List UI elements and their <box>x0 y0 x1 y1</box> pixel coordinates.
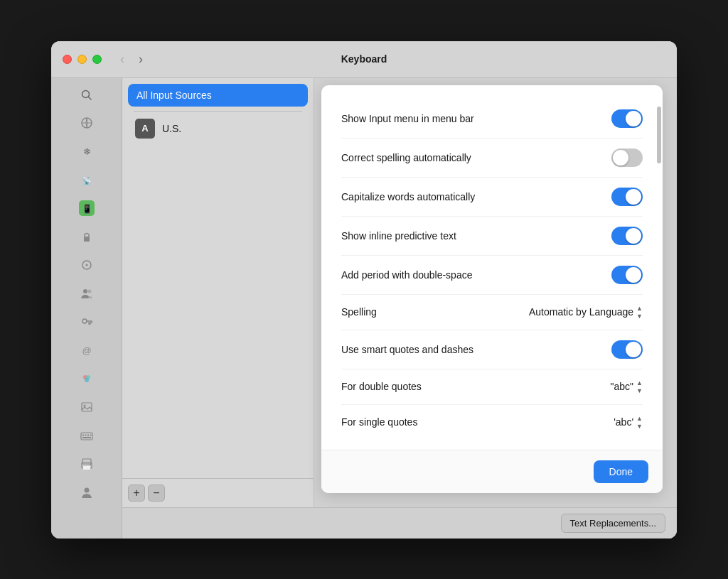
capitalize-words-row: Capitalize words automatically <box>341 178 643 217</box>
svg-rect-36 <box>82 437 91 438</box>
single-quotes-arrows: ▲ ▼ <box>636 415 643 430</box>
sidebar-icon-users[interactable] <box>75 281 99 305</box>
text-replacements-button[interactable]: Text Replacements... <box>561 514 665 533</box>
spelling-selector[interactable]: Automatic by Language ▲ ▼ <box>529 305 643 320</box>
sidebar-icon-user[interactable] <box>75 480 99 504</box>
maximize-button[interactable] <box>92 55 102 64</box>
single-quotes-label: For single quotes <box>341 416 417 428</box>
settings-content: Show Input menu in menu bar Correct spel… <box>321 85 663 450</box>
input-sources-footer: + − <box>122 478 314 507</box>
add-input-source-button[interactable]: + <box>128 485 145 502</box>
svg-point-26 <box>85 378 89 382</box>
svg-rect-34 <box>87 434 89 435</box>
sidebar-icon-lock[interactable] <box>75 224 99 249</box>
correct-spelling-row: Correct spelling automatically <box>341 139 643 178</box>
settings-sheet: Show Input menu in menu bar Correct spel… <box>321 85 663 493</box>
double-quotes-selector[interactable]: "abc" ▲ ▼ <box>611 379 643 394</box>
sidebar-icon-colorful[interactable] <box>75 367 99 391</box>
smart-quotes-toggle-knob <box>626 342 641 357</box>
keyboard-window: ‹ › Keyboard <box>51 41 677 539</box>
divider <box>134 111 302 112</box>
sidebar-icon-image[interactable] <box>75 395 99 419</box>
all-input-sources-item[interactable]: All Input Sources <box>128 84 308 107</box>
capitalize-words-toggle[interactable] <box>611 188 643 206</box>
settings-footer: Done <box>321 450 663 493</box>
content-area: ❄ 📡 📱 <box>51 78 677 539</box>
svg-text:@: @ <box>82 345 91 356</box>
sidebar-icons: ❄ 📡 📱 <box>75 111 99 504</box>
navigation-buttons: ‹ › <box>116 50 147 68</box>
inline-predictive-label: Show inline predictive text <box>341 230 456 242</box>
close-button[interactable] <box>63 55 72 64</box>
sidebar-icon-globe[interactable] <box>75 111 99 135</box>
input-sources-panel: All Input Sources A U.S. + − <box>122 78 314 507</box>
show-input-menu-toggle[interactable] <box>611 109 643 128</box>
single-quotes-row: For single quotes 'abc' ▲ ▼ <box>341 405 643 440</box>
smart-quotes-row: Use smart quotes and dashes <box>341 330 643 369</box>
sidebar-icon-keyboard[interactable] <box>75 423 99 448</box>
svg-point-41 <box>90 464 91 465</box>
show-input-menu-label: Show Input menu in menu bar <box>341 113 474 124</box>
svg-text:📡: 📡 <box>82 175 92 185</box>
svg-rect-32 <box>82 434 84 435</box>
inline-predictive-toggle-knob <box>626 228 641 244</box>
sidebar-icon-phone[interactable]: 📱 <box>75 196 99 220</box>
scrollbar-thumb <box>657 107 661 163</box>
right-panel: Show Input menu in menu bar Correct spel… <box>314 78 677 507</box>
capitalize-words-toggle-knob <box>626 189 641 205</box>
remove-input-source-button[interactable]: − <box>148 485 165 502</box>
us-input-source-icon: A <box>135 119 155 139</box>
us-input-source-item[interactable]: A U.S. <box>128 114 308 143</box>
svg-rect-33 <box>85 434 86 435</box>
sidebar: ❄ 📡 📱 <box>51 78 122 539</box>
sidebar-icon-circle-dots[interactable] <box>75 253 99 277</box>
svg-rect-16 <box>79 286 95 301</box>
bottom-bar: Text Replacements... <box>122 507 677 539</box>
svg-text:❄: ❄ <box>82 146 90 157</box>
spelling-arrows: ▲ ▼ <box>636 305 643 320</box>
scrollbar-track[interactable] <box>655 85 663 493</box>
sidebar-icon-wifi[interactable]: 📡 <box>75 168 99 192</box>
svg-point-43 <box>84 487 89 492</box>
svg-rect-35 <box>90 434 91 435</box>
period-double-space-toggle-knob <box>626 267 641 283</box>
svg-rect-12 <box>84 237 90 242</box>
forward-button[interactable]: › <box>134 50 147 68</box>
input-sources-list: All Input Sources A U.S. <box>122 78 314 478</box>
inline-predictive-toggle[interactable] <box>611 227 643 245</box>
capitalize-words-label: Capitalize words automatically <box>341 191 475 202</box>
show-input-menu-row: Show Input menu in menu bar <box>341 99 643 139</box>
single-quotes-selector[interactable]: 'abc' ▲ ▼ <box>614 415 643 430</box>
spelling-value: Automatic by Language <box>529 306 633 318</box>
back-button[interactable]: ‹ <box>116 50 129 68</box>
svg-text:📱: 📱 <box>81 203 92 214</box>
sidebar-icon-key[interactable] <box>75 310 99 334</box>
correct-spelling-toggle[interactable] <box>611 148 643 167</box>
period-double-space-label: Add period with double-space <box>341 269 472 281</box>
double-quotes-label: For double quotes <box>341 381 422 392</box>
traffic-lights <box>63 55 102 64</box>
sidebar-icon-printer[interactable] <box>75 452 99 476</box>
done-button[interactable]: Done <box>594 460 648 483</box>
spelling-label: Spelling <box>341 306 377 318</box>
period-double-space-toggle[interactable] <box>611 266 643 284</box>
correct-spelling-toggle-knob <box>613 150 628 166</box>
double-quotes-row: For double quotes "abc" ▲ ▼ <box>341 369 643 405</box>
spelling-row: Spelling Automatic by Language ▲ ▼ <box>341 295 643 330</box>
double-quotes-arrows: ▲ ▼ <box>636 379 643 394</box>
period-double-space-row: Add period with double-space <box>341 256 643 295</box>
inline-predictive-row: Show inline predictive text <box>341 217 643 256</box>
svg-point-18 <box>87 289 91 293</box>
window-title: Keyboard <box>341 53 387 65</box>
correct-spelling-label: Correct spelling automatically <box>341 152 471 163</box>
search-icon[interactable] <box>77 85 97 105</box>
sidebar-icon-snowflake[interactable]: ❄ <box>75 139 99 163</box>
smart-quotes-label: Use smart quotes and dashes <box>341 344 473 355</box>
svg-rect-27 <box>79 399 95 415</box>
minimize-button[interactable] <box>77 55 87 64</box>
single-quotes-value: 'abc' <box>614 416 633 428</box>
smart-quotes-toggle[interactable] <box>611 340 643 359</box>
us-input-source-label: U.S. <box>162 123 181 134</box>
main-panel: All Input Sources A U.S. + − <box>122 78 677 539</box>
sidebar-icon-at[interactable]: @ <box>75 338 99 362</box>
